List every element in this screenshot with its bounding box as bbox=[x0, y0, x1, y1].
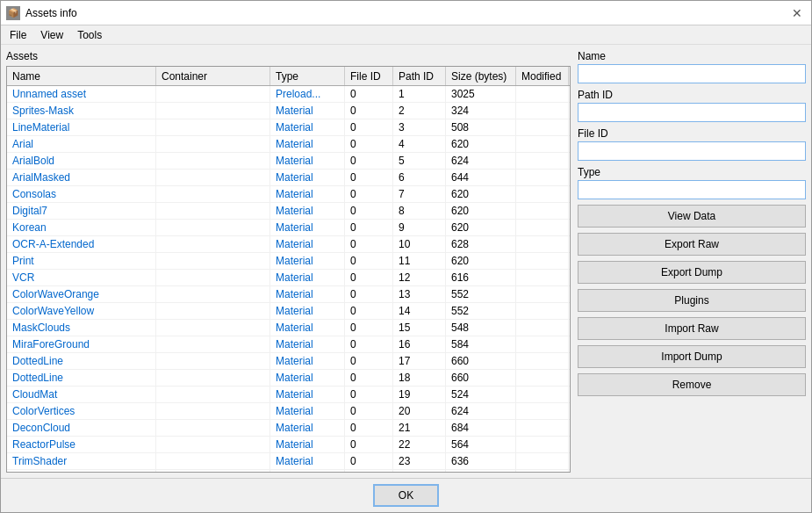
cell-modified bbox=[516, 153, 569, 169]
cell-modified bbox=[516, 186, 569, 202]
cell-size: 636 bbox=[446, 453, 516, 469]
footer: OK bbox=[1, 478, 811, 512]
assets-label: Assets bbox=[6, 50, 571, 62]
cell-modified bbox=[516, 253, 569, 269]
cell-size: 548 bbox=[446, 320, 516, 336]
cell-name: ColorWaveYellow bbox=[7, 303, 156, 319]
import-dump-button[interactable]: Import Dump bbox=[578, 345, 806, 368]
cell-container bbox=[156, 420, 270, 436]
cell-modified bbox=[516, 470, 569, 472]
name-input[interactable] bbox=[578, 64, 806, 83]
cell-modified bbox=[516, 403, 569, 419]
table-row[interactable]: DottedLineMaterial018660 bbox=[7, 370, 570, 387]
right-panel: Name Path ID File ID Type View Data Expo… bbox=[578, 50, 806, 473]
cell-modified bbox=[516, 236, 569, 252]
cell-size: 624 bbox=[446, 403, 516, 419]
cell-name: DottedLine bbox=[7, 370, 156, 386]
import-raw-button[interactable]: Import Raw bbox=[578, 317, 806, 340]
cell-file-id: 0 bbox=[345, 387, 393, 402]
cell-container bbox=[156, 203, 270, 219]
export-dump-button[interactable]: Export Dump bbox=[578, 261, 806, 284]
view-data-button[interactable]: View Data bbox=[578, 205, 806, 228]
cell-type: Material bbox=[270, 236, 345, 252]
cell-file-id: 0 bbox=[345, 453, 393, 469]
close-button[interactable]: ✕ bbox=[788, 4, 806, 22]
cell-modified bbox=[516, 387, 569, 402]
menu-bar: File View Tools bbox=[1, 25, 811, 45]
cell-modified bbox=[516, 370, 569, 386]
th-container: Container bbox=[156, 67, 270, 85]
cell-container bbox=[156, 336, 270, 352]
table-row[interactable]: CooldownShaderMaterial024620 bbox=[7, 470, 570, 472]
th-size: Size (bytes) bbox=[446, 67, 516, 85]
cell-modified bbox=[516, 303, 569, 319]
cell-name: OCR-A-Extended bbox=[7, 236, 156, 252]
cell-name: MiraForeGround bbox=[7, 336, 156, 352]
table-row[interactable]: CloudMatMaterial019524 bbox=[7, 387, 570, 403]
cell-file-id: 0 bbox=[345, 370, 393, 386]
menu-tools[interactable]: Tools bbox=[72, 27, 107, 43]
cell-container bbox=[156, 286, 270, 302]
table-row[interactable]: DeconCloudMaterial021684 bbox=[7, 420, 570, 437]
table-row[interactable]: VCRMaterial012616 bbox=[7, 270, 570, 286]
cell-file-id: 0 bbox=[345, 220, 393, 235]
cell-path-id: 10 bbox=[393, 236, 446, 252]
table-row[interactable]: ConsolasMaterial07620 bbox=[7, 186, 570, 203]
cell-modified bbox=[516, 320, 569, 336]
menu-file[interactable]: File bbox=[4, 27, 32, 43]
cell-container bbox=[156, 303, 270, 319]
table-row[interactable]: MaskCloudsMaterial015548 bbox=[7, 320, 570, 336]
cell-path-id: 3 bbox=[393, 119, 446, 135]
table-row[interactable]: PrintMaterial011620 bbox=[7, 253, 570, 270]
cell-path-id: 9 bbox=[393, 220, 446, 235]
cell-type: Material bbox=[270, 153, 345, 169]
table-body[interactable]: Unnamed assetPreload...013025Sprites-Mas… bbox=[7, 86, 570, 472]
file-id-input[interactable] bbox=[578, 141, 806, 161]
cell-container bbox=[156, 370, 270, 386]
table-row[interactable]: ColorWaveYellowMaterial014552 bbox=[7, 303, 570, 320]
table-row[interactable]: TrimShaderMaterial023636 bbox=[7, 453, 570, 470]
table-row[interactable]: Digital7Material08620 bbox=[7, 203, 570, 220]
cell-size: 552 bbox=[446, 303, 516, 319]
ok-button[interactable]: OK bbox=[373, 484, 439, 507]
table-row[interactable]: LineMaterialMaterial03508 bbox=[7, 119, 570, 136]
cell-path-id: 15 bbox=[393, 320, 446, 336]
main-window: 📦 Assets info ✕ File View Tools Assets N… bbox=[0, 0, 812, 513]
table-row[interactable]: ColorWaveOrangeMaterial013552 bbox=[7, 286, 570, 303]
table-row[interactable]: OCR-A-ExtendedMaterial010628 bbox=[7, 236, 570, 253]
cell-container bbox=[156, 186, 270, 202]
cell-file-id: 0 bbox=[345, 470, 393, 472]
path-id-input[interactable] bbox=[578, 103, 806, 122]
menu-view[interactable]: View bbox=[35, 27, 68, 43]
table-row[interactable]: ReactorPulseMaterial022564 bbox=[7, 437, 570, 453]
cell-modified bbox=[516, 170, 569, 185]
window-title: Assets info bbox=[25, 7, 77, 19]
file-id-field-group: File ID bbox=[578, 127, 806, 161]
cell-type: Material bbox=[270, 253, 345, 269]
cell-container bbox=[156, 253, 270, 269]
cell-container bbox=[156, 470, 270, 472]
cell-size: 620 bbox=[446, 203, 516, 219]
type-input[interactable] bbox=[578, 180, 806, 199]
cell-type: Material bbox=[270, 203, 345, 219]
table-row[interactable]: Unnamed assetPreload...013025 bbox=[7, 86, 570, 103]
export-raw-button[interactable]: Export Raw bbox=[578, 233, 806, 256]
table-row[interactable]: ArialBoldMaterial05624 bbox=[7, 153, 570, 170]
plugins-button[interactable]: Plugins bbox=[578, 289, 806, 312]
table-row[interactable]: MiraForeGroundMaterial016584 bbox=[7, 336, 570, 353]
cell-size: 628 bbox=[446, 236, 516, 252]
cell-name: Unnamed asset bbox=[7, 86, 156, 102]
remove-button[interactable]: Remove bbox=[578, 373, 806, 396]
table-row[interactable]: ArialMaskedMaterial06644 bbox=[7, 170, 570, 186]
cell-modified bbox=[516, 86, 569, 102]
table-row[interactable]: KoreanMaterial09620 bbox=[7, 220, 570, 236]
table-row[interactable]: DottedLineMaterial017660 bbox=[7, 353, 570, 370]
table-row[interactable]: ColorVerticesMaterial020624 bbox=[7, 403, 570, 420]
title-bar-left: 📦 Assets info bbox=[6, 6, 77, 20]
cell-container bbox=[156, 437, 270, 452]
cell-name: ColorWaveOrange bbox=[7, 286, 156, 302]
cell-size: 660 bbox=[446, 353, 516, 369]
table-row[interactable]: Sprites-MaskMaterial02324 bbox=[7, 103, 570, 119]
cell-size: 684 bbox=[446, 420, 516, 436]
table-row[interactable]: ArialMaterial04620 bbox=[7, 136, 570, 153]
